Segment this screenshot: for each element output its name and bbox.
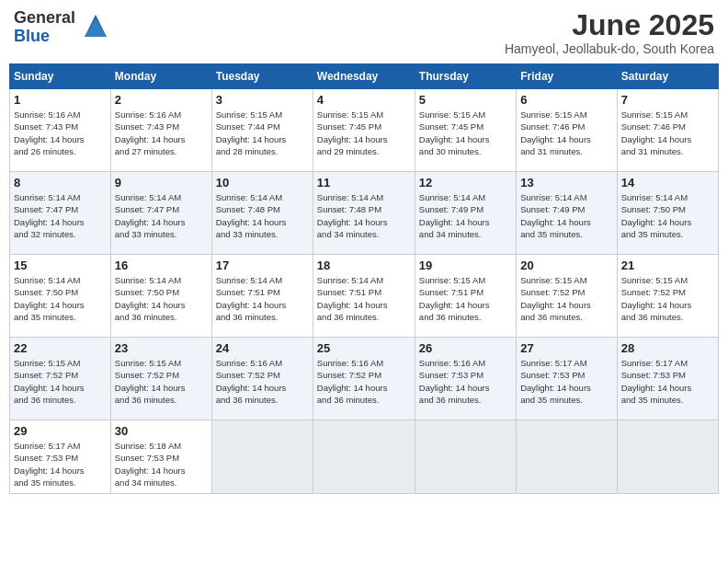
calendar-table: SundayMondayTuesdayWednesdayThursdayFrid… (9, 63, 719, 494)
day-info: Sunrise: 5:15 AMSunset: 7:52 PMDaylight:… (14, 358, 85, 405)
day-number: 13 (520, 176, 612, 190)
day-number: 28 (621, 341, 714, 355)
calendar-cell: 22Sunrise: 5:15 AMSunset: 7:52 PMDayligh… (10, 338, 111, 420)
day-number: 26 (419, 341, 512, 355)
calendar-cell: 20Sunrise: 5:15 AMSunset: 7:52 PMDayligh… (517, 255, 617, 338)
calendar-cell (211, 420, 313, 494)
day-info: Sunrise: 5:16 AMSunset: 7:52 PMDaylight:… (216, 358, 287, 405)
calendar-cell: 21Sunrise: 5:15 AMSunset: 7:52 PMDayligh… (617, 255, 718, 338)
day-number: 16 (115, 259, 208, 272)
day-info: Sunrise: 5:16 AMSunset: 7:52 PMDaylight:… (317, 358, 388, 405)
calendar-cell: 13Sunrise: 5:14 AMSunset: 7:49 PMDayligh… (517, 172, 617, 255)
logo-icon (77, 11, 107, 40)
day-info: Sunrise: 5:15 AMSunset: 7:44 PMDaylight:… (216, 109, 287, 156)
day-number: 1 (14, 93, 107, 107)
calendar-cell: 25Sunrise: 5:16 AMSunset: 7:52 PMDayligh… (313, 338, 415, 420)
calendar-cell: 30Sunrise: 5:18 AMSunset: 7:53 PMDayligh… (110, 420, 211, 494)
calendar-cell (415, 420, 516, 494)
day-info: Sunrise: 5:14 AMSunset: 7:47 PMDaylight:… (115, 192, 186, 239)
calendar-week-5: 29Sunrise: 5:17 AMSunset: 7:53 PMDayligh… (10, 420, 719, 494)
calendar-week-3: 15Sunrise: 5:14 AMSunset: 7:50 PMDayligh… (10, 255, 719, 338)
calendar-week-4: 22Sunrise: 5:15 AMSunset: 7:52 PMDayligh… (10, 338, 719, 420)
day-number: 22 (14, 341, 107, 355)
calendar-cell: 8Sunrise: 5:14 AMSunset: 7:47 PMDaylight… (10, 172, 111, 255)
day-info: Sunrise: 5:14 AMSunset: 7:51 PMDaylight:… (317, 275, 388, 322)
calendar-cell: 14Sunrise: 5:14 AMSunset: 7:50 PMDayligh… (617, 172, 718, 255)
day-number: 4 (317, 93, 411, 107)
header-monday: Monday (110, 64, 211, 89)
day-number: 8 (14, 176, 107, 190)
calendar-cell: 1Sunrise: 5:16 AMSunset: 7:43 PMDaylight… (10, 89, 111, 172)
day-number: 9 (115, 176, 208, 190)
header-wednesday: Wednesday (313, 64, 415, 89)
calendar-cell: 12Sunrise: 5:14 AMSunset: 7:49 PMDayligh… (415, 172, 516, 255)
day-info: Sunrise: 5:15 AMSunset: 7:46 PMDaylight:… (621, 109, 692, 156)
calendar-cell: 19Sunrise: 5:15 AMSunset: 7:51 PMDayligh… (415, 255, 516, 338)
calendar-cell: 28Sunrise: 5:17 AMSunset: 7:53 PMDayligh… (617, 338, 718, 420)
calendar-cell: 6Sunrise: 5:15 AMSunset: 7:46 PMDaylight… (517, 89, 617, 172)
day-number: 6 (520, 93, 612, 107)
calendar-cell: 17Sunrise: 5:14 AMSunset: 7:51 PMDayligh… (211, 255, 313, 338)
day-info: Sunrise: 5:15 AMSunset: 7:52 PMDaylight:… (621, 275, 692, 322)
day-info: Sunrise: 5:15 AMSunset: 7:45 PMDaylight:… (317, 109, 388, 156)
calendar-cell: 24Sunrise: 5:16 AMSunset: 7:52 PMDayligh… (211, 338, 313, 420)
header-sunday: Sunday (10, 64, 111, 89)
day-info: Sunrise: 5:14 AMSunset: 7:47 PMDaylight:… (14, 192, 85, 239)
day-info: Sunrise: 5:14 AMSunset: 7:49 PMDaylight:… (419, 192, 490, 239)
header-thursday: Thursday (415, 64, 516, 89)
calendar-cell: 23Sunrise: 5:15 AMSunset: 7:52 PMDayligh… (110, 338, 211, 420)
calendar-cell: 11Sunrise: 5:14 AMSunset: 7:48 PMDayligh… (313, 172, 415, 255)
day-info: Sunrise: 5:14 AMSunset: 7:49 PMDaylight:… (520, 192, 591, 239)
calendar-cell: 7Sunrise: 5:15 AMSunset: 7:46 PMDaylight… (617, 89, 718, 172)
day-number: 18 (317, 259, 411, 272)
day-number: 19 (419, 259, 512, 272)
calendar-cell: 29Sunrise: 5:17 AMSunset: 7:53 PMDayligh… (10, 420, 111, 494)
day-number: 29 (14, 424, 107, 438)
calendar-cell: 15Sunrise: 5:14 AMSunset: 7:50 PMDayligh… (10, 255, 111, 338)
day-info: Sunrise: 5:14 AMSunset: 7:50 PMDaylight:… (621, 192, 692, 239)
day-number: 30 (115, 424, 208, 438)
calendar-cell: 10Sunrise: 5:14 AMSunset: 7:48 PMDayligh… (211, 172, 313, 255)
svg-marker-1 (85, 18, 107, 37)
day-info: Sunrise: 5:17 AMSunset: 7:53 PMDaylight:… (520, 358, 591, 405)
day-info: Sunrise: 5:15 AMSunset: 7:51 PMDaylight:… (419, 275, 490, 322)
calendar-week-2: 8Sunrise: 5:14 AMSunset: 7:47 PMDaylight… (10, 172, 719, 255)
day-number: 25 (317, 341, 411, 355)
day-info: Sunrise: 5:16 AMSunset: 7:53 PMDaylight:… (419, 358, 490, 405)
day-number: 5 (419, 93, 512, 107)
day-number: 10 (216, 176, 309, 190)
day-number: 17 (216, 259, 309, 272)
day-info: Sunrise: 5:14 AMSunset: 7:50 PMDaylight:… (14, 275, 85, 322)
calendar-cell (517, 420, 617, 494)
day-number: 21 (621, 259, 714, 272)
day-info: Sunrise: 5:14 AMSunset: 7:51 PMDaylight:… (216, 275, 287, 322)
title-block: June 2025 Hamyeol, Jeollabuk-do, South K… (505, 9, 714, 56)
day-info: Sunrise: 5:16 AMSunset: 7:43 PMDaylight:… (115, 109, 186, 156)
calendar-cell: 5Sunrise: 5:15 AMSunset: 7:45 PMDaylight… (415, 89, 516, 172)
day-info: Sunrise: 5:15 AMSunset: 7:52 PMDaylight:… (520, 275, 591, 322)
calendar-cell (313, 420, 415, 494)
month-title: June 2025 (505, 9, 714, 41)
day-info: Sunrise: 5:14 AMSunset: 7:48 PMDaylight:… (216, 192, 287, 239)
day-number: 3 (216, 93, 309, 107)
header-friday: Friday (517, 64, 617, 89)
calendar-header-row: SundayMondayTuesdayWednesdayThursdayFrid… (10, 64, 719, 89)
day-number: 2 (115, 93, 208, 107)
logo-general: General (14, 9, 75, 28)
calendar-cell: 27Sunrise: 5:17 AMSunset: 7:53 PMDayligh… (517, 338, 617, 420)
day-info: Sunrise: 5:16 AMSunset: 7:43 PMDaylight:… (14, 109, 85, 156)
day-number: 15 (14, 259, 107, 272)
logo: General Blue (14, 9, 107, 46)
day-info: Sunrise: 5:14 AMSunset: 7:50 PMDaylight:… (115, 275, 186, 322)
day-number: 27 (520, 341, 612, 355)
location-title: Hamyeol, Jeollabuk-do, South Korea (505, 41, 714, 56)
calendar-cell: 4Sunrise: 5:15 AMSunset: 7:45 PMDaylight… (313, 89, 415, 172)
day-info: Sunrise: 5:15 AMSunset: 7:46 PMDaylight:… (520, 109, 591, 156)
day-number: 12 (419, 176, 512, 190)
day-number: 20 (520, 259, 612, 272)
day-info: Sunrise: 5:15 AMSunset: 7:45 PMDaylight:… (419, 109, 490, 156)
header-saturday: Saturday (617, 64, 718, 89)
day-number: 7 (621, 93, 714, 107)
calendar-cell: 3Sunrise: 5:15 AMSunset: 7:44 PMDaylight… (211, 89, 313, 172)
calendar-cell (617, 420, 718, 494)
